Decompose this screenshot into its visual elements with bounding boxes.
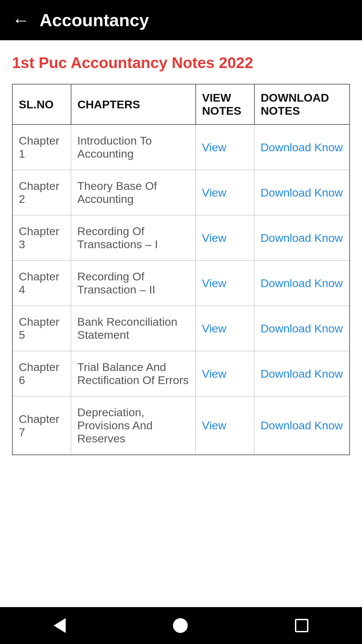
col-header-download: DOWNLOAD NOTES [254,84,350,124]
cell-download: Download Know [254,261,350,306]
nav-back-button[interactable] [54,618,66,633]
cell-view: View [196,215,254,261]
cell-download: Download Know [254,306,350,351]
cell-slno: Chapter 5 [12,306,71,351]
table-row: Chapter 2Theory Base Of AccountingViewDo… [12,170,350,215]
table-row: Chapter 3Recording Of Transactions – IVi… [12,215,350,261]
back-button[interactable]: ← [12,10,29,30]
download-link[interactable]: Download Know [260,231,343,244]
cell-chapter: Theory Base Of Accounting [71,170,196,215]
table-row: Chapter 7Depreciation, Provisions And Re… [12,396,350,455]
table-row: Chapter 1Introduction To AccountingViewD… [12,124,350,170]
cell-slno: Chapter 4 [12,261,71,306]
bottom-nav-bar [0,607,362,644]
view-link[interactable]: View [202,419,226,432]
cell-view: View [196,396,254,455]
nav-home-button[interactable] [173,618,188,633]
download-link[interactable]: Download Know [260,322,343,335]
cell-view: View [196,170,254,215]
view-link[interactable]: View [202,277,226,289]
cell-slno: Chapter 6 [12,351,71,396]
table-row: Chapter 6Trial Balance And Rectification… [12,351,350,396]
recent-square-icon [295,619,308,632]
cell-download: Download Know [254,124,350,170]
home-circle-icon [173,618,188,633]
cell-download: Download Know [254,170,350,215]
download-link[interactable]: Download Know [260,141,343,154]
cell-download: Download Know [254,396,350,455]
cell-chapter: Introduction To Accounting [71,124,196,170]
view-link[interactable]: View [202,231,226,244]
page-title: 1st Puc Accountancy Notes 2022 [12,54,350,72]
cell-slno: Chapter 2 [12,170,71,215]
col-header-chapters: CHAPTERS [71,84,196,124]
content-area: 1st Puc Accountancy Notes 2022 SL.NO CHA… [0,40,362,607]
cell-chapter: Depreciation, Provisions And Reserves [71,396,196,455]
header-title: Accountancy [40,10,149,30]
cell-slno: Chapter 7 [12,396,71,455]
cell-view: View [196,351,254,396]
cell-view: View [196,124,254,170]
table-row: Chapter 4Recording Of Transaction – IIVi… [12,261,350,306]
notes-table: SL.NO CHAPTERS VIEW NOTES DOWNLOAD NOTES… [12,84,350,455]
back-triangle-icon [54,618,66,633]
cell-chapter: Recording Of Transactions – I [71,215,196,261]
download-link[interactable]: Download Know [260,277,343,289]
download-link[interactable]: Download Know [260,419,343,432]
cell-view: View [196,261,254,306]
cell-download: Download Know [254,351,350,396]
top-header: ← Accountancy [0,0,362,40]
cell-chapter: Trial Balance And Rectification Of Error… [71,351,196,396]
cell-slno: Chapter 3 [12,215,71,261]
view-link[interactable]: View [202,141,226,154]
download-link[interactable]: Download Know [260,186,343,199]
view-link[interactable]: View [202,186,226,199]
view-link[interactable]: View [202,367,226,380]
view-link[interactable]: View [202,322,226,335]
cell-view: View [196,306,254,351]
col-header-view: VIEW NOTES [196,84,254,124]
table-row: Chapter 5Bank Reconciliation StatementVi… [12,306,350,351]
cell-download: Download Know [254,215,350,261]
col-header-slno: SL.NO [12,84,71,124]
cell-chapter: Bank Reconciliation Statement [71,306,196,351]
nav-recent-button[interactable] [295,619,308,632]
cell-slno: Chapter 1 [12,124,71,170]
download-link[interactable]: Download Know [260,367,343,380]
cell-chapter: Recording Of Transaction – II [71,261,196,306]
